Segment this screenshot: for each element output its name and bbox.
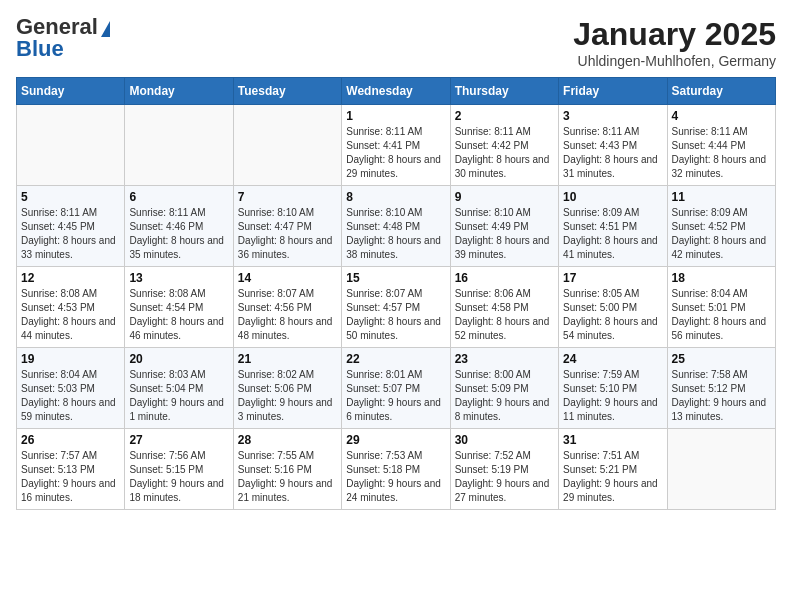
week-row-1: 1Sunrise: 8:11 AMSunset: 4:41 PMDaylight… bbox=[17, 105, 776, 186]
month-title: January 2025 bbox=[573, 16, 776, 53]
day-info: Sunrise: 7:56 AMSunset: 5:15 PMDaylight:… bbox=[129, 449, 228, 505]
calendar-cell: 24Sunrise: 7:59 AMSunset: 5:10 PMDayligh… bbox=[559, 348, 667, 429]
calendar-cell: 22Sunrise: 8:01 AMSunset: 5:07 PMDayligh… bbox=[342, 348, 450, 429]
day-number: 21 bbox=[238, 352, 337, 366]
calendar-cell bbox=[17, 105, 125, 186]
calendar-cell: 8Sunrise: 8:10 AMSunset: 4:48 PMDaylight… bbox=[342, 186, 450, 267]
day-number: 14 bbox=[238, 271, 337, 285]
logo-blue-text: Blue bbox=[16, 36, 64, 61]
calendar-cell: 27Sunrise: 7:56 AMSunset: 5:15 PMDayligh… bbox=[125, 429, 233, 510]
weekday-header-thursday: Thursday bbox=[450, 78, 558, 105]
calendar-cell: 21Sunrise: 8:02 AMSunset: 5:06 PMDayligh… bbox=[233, 348, 341, 429]
day-info: Sunrise: 8:10 AMSunset: 4:47 PMDaylight:… bbox=[238, 206, 337, 262]
day-number: 12 bbox=[21, 271, 120, 285]
location-title: Uhldingen-Muhlhofen, Germany bbox=[573, 53, 776, 69]
day-info: Sunrise: 8:07 AMSunset: 4:57 PMDaylight:… bbox=[346, 287, 445, 343]
logo: General Blue bbox=[16, 16, 110, 60]
day-number: 23 bbox=[455, 352, 554, 366]
day-number: 22 bbox=[346, 352, 445, 366]
week-row-4: 19Sunrise: 8:04 AMSunset: 5:03 PMDayligh… bbox=[17, 348, 776, 429]
calendar-cell: 4Sunrise: 8:11 AMSunset: 4:44 PMDaylight… bbox=[667, 105, 775, 186]
calendar-cell: 7Sunrise: 8:10 AMSunset: 4:47 PMDaylight… bbox=[233, 186, 341, 267]
calendar-cell: 16Sunrise: 8:06 AMSunset: 4:58 PMDayligh… bbox=[450, 267, 558, 348]
day-number: 31 bbox=[563, 433, 662, 447]
day-number: 30 bbox=[455, 433, 554, 447]
day-number: 13 bbox=[129, 271, 228, 285]
day-info: Sunrise: 8:05 AMSunset: 5:00 PMDaylight:… bbox=[563, 287, 662, 343]
calendar-cell: 6Sunrise: 8:11 AMSunset: 4:46 PMDaylight… bbox=[125, 186, 233, 267]
calendar-table: SundayMondayTuesdayWednesdayThursdayFrid… bbox=[16, 77, 776, 510]
calendar-cell bbox=[125, 105, 233, 186]
calendar-cell: 30Sunrise: 7:52 AMSunset: 5:19 PMDayligh… bbox=[450, 429, 558, 510]
calendar-cell: 19Sunrise: 8:04 AMSunset: 5:03 PMDayligh… bbox=[17, 348, 125, 429]
day-number: 11 bbox=[672, 190, 771, 204]
day-info: Sunrise: 8:03 AMSunset: 5:04 PMDaylight:… bbox=[129, 368, 228, 424]
week-row-2: 5Sunrise: 8:11 AMSunset: 4:45 PMDaylight… bbox=[17, 186, 776, 267]
day-info: Sunrise: 8:08 AMSunset: 4:54 PMDaylight:… bbox=[129, 287, 228, 343]
day-number: 29 bbox=[346, 433, 445, 447]
day-info: Sunrise: 7:53 AMSunset: 5:18 PMDaylight:… bbox=[346, 449, 445, 505]
day-info: Sunrise: 8:01 AMSunset: 5:07 PMDaylight:… bbox=[346, 368, 445, 424]
calendar-cell: 11Sunrise: 8:09 AMSunset: 4:52 PMDayligh… bbox=[667, 186, 775, 267]
calendar-cell: 31Sunrise: 7:51 AMSunset: 5:21 PMDayligh… bbox=[559, 429, 667, 510]
day-number: 25 bbox=[672, 352, 771, 366]
day-info: Sunrise: 8:02 AMSunset: 5:06 PMDaylight:… bbox=[238, 368, 337, 424]
calendar-cell: 20Sunrise: 8:03 AMSunset: 5:04 PMDayligh… bbox=[125, 348, 233, 429]
calendar-cell: 2Sunrise: 8:11 AMSunset: 4:42 PMDaylight… bbox=[450, 105, 558, 186]
calendar-cell: 12Sunrise: 8:08 AMSunset: 4:53 PMDayligh… bbox=[17, 267, 125, 348]
day-info: Sunrise: 8:11 AMSunset: 4:44 PMDaylight:… bbox=[672, 125, 771, 181]
day-info: Sunrise: 8:11 AMSunset: 4:46 PMDaylight:… bbox=[129, 206, 228, 262]
calendar-cell bbox=[667, 429, 775, 510]
day-number: 10 bbox=[563, 190, 662, 204]
day-number: 3 bbox=[563, 109, 662, 123]
calendar-cell: 1Sunrise: 8:11 AMSunset: 4:41 PMDaylight… bbox=[342, 105, 450, 186]
day-number: 2 bbox=[455, 109, 554, 123]
day-info: Sunrise: 7:57 AMSunset: 5:13 PMDaylight:… bbox=[21, 449, 120, 505]
calendar-cell: 17Sunrise: 8:05 AMSunset: 5:00 PMDayligh… bbox=[559, 267, 667, 348]
calendar-cell: 15Sunrise: 8:07 AMSunset: 4:57 PMDayligh… bbox=[342, 267, 450, 348]
calendar-cell: 26Sunrise: 7:57 AMSunset: 5:13 PMDayligh… bbox=[17, 429, 125, 510]
calendar-cell: 18Sunrise: 8:04 AMSunset: 5:01 PMDayligh… bbox=[667, 267, 775, 348]
day-info: Sunrise: 8:09 AMSunset: 4:52 PMDaylight:… bbox=[672, 206, 771, 262]
day-number: 5 bbox=[21, 190, 120, 204]
day-info: Sunrise: 7:55 AMSunset: 5:16 PMDaylight:… bbox=[238, 449, 337, 505]
calendar-cell: 29Sunrise: 7:53 AMSunset: 5:18 PMDayligh… bbox=[342, 429, 450, 510]
week-row-3: 12Sunrise: 8:08 AMSunset: 4:53 PMDayligh… bbox=[17, 267, 776, 348]
weekday-header-monday: Monday bbox=[125, 78, 233, 105]
day-info: Sunrise: 7:52 AMSunset: 5:19 PMDaylight:… bbox=[455, 449, 554, 505]
weekday-header-row: SundayMondayTuesdayWednesdayThursdayFrid… bbox=[17, 78, 776, 105]
calendar-cell: 3Sunrise: 8:11 AMSunset: 4:43 PMDaylight… bbox=[559, 105, 667, 186]
day-info: Sunrise: 8:06 AMSunset: 4:58 PMDaylight:… bbox=[455, 287, 554, 343]
day-info: Sunrise: 8:10 AMSunset: 4:48 PMDaylight:… bbox=[346, 206, 445, 262]
day-info: Sunrise: 8:08 AMSunset: 4:53 PMDaylight:… bbox=[21, 287, 120, 343]
day-info: Sunrise: 7:58 AMSunset: 5:12 PMDaylight:… bbox=[672, 368, 771, 424]
weekday-header-friday: Friday bbox=[559, 78, 667, 105]
day-number: 18 bbox=[672, 271, 771, 285]
day-info: Sunrise: 7:59 AMSunset: 5:10 PMDaylight:… bbox=[563, 368, 662, 424]
day-info: Sunrise: 7:51 AMSunset: 5:21 PMDaylight:… bbox=[563, 449, 662, 505]
day-info: Sunrise: 8:09 AMSunset: 4:51 PMDaylight:… bbox=[563, 206, 662, 262]
day-info: Sunrise: 8:04 AMSunset: 5:03 PMDaylight:… bbox=[21, 368, 120, 424]
day-info: Sunrise: 8:11 AMSunset: 4:45 PMDaylight:… bbox=[21, 206, 120, 262]
calendar-cell: 9Sunrise: 8:10 AMSunset: 4:49 PMDaylight… bbox=[450, 186, 558, 267]
day-info: Sunrise: 8:11 AMSunset: 4:43 PMDaylight:… bbox=[563, 125, 662, 181]
calendar-cell: 25Sunrise: 7:58 AMSunset: 5:12 PMDayligh… bbox=[667, 348, 775, 429]
calendar-cell: 10Sunrise: 8:09 AMSunset: 4:51 PMDayligh… bbox=[559, 186, 667, 267]
calendar-cell: 5Sunrise: 8:11 AMSunset: 4:45 PMDaylight… bbox=[17, 186, 125, 267]
day-number: 6 bbox=[129, 190, 228, 204]
day-info: Sunrise: 8:04 AMSunset: 5:01 PMDaylight:… bbox=[672, 287, 771, 343]
logo-text: General bbox=[16, 16, 110, 38]
calendar-cell: 23Sunrise: 8:00 AMSunset: 5:09 PMDayligh… bbox=[450, 348, 558, 429]
calendar-cell: 14Sunrise: 8:07 AMSunset: 4:56 PMDayligh… bbox=[233, 267, 341, 348]
day-info: Sunrise: 8:07 AMSunset: 4:56 PMDaylight:… bbox=[238, 287, 337, 343]
week-row-5: 26Sunrise: 7:57 AMSunset: 5:13 PMDayligh… bbox=[17, 429, 776, 510]
weekday-header-sunday: Sunday bbox=[17, 78, 125, 105]
day-number: 16 bbox=[455, 271, 554, 285]
day-number: 19 bbox=[21, 352, 120, 366]
day-number: 26 bbox=[21, 433, 120, 447]
calendar-cell: 13Sunrise: 8:08 AMSunset: 4:54 PMDayligh… bbox=[125, 267, 233, 348]
day-info: Sunrise: 8:11 AMSunset: 4:42 PMDaylight:… bbox=[455, 125, 554, 181]
day-info: Sunrise: 8:11 AMSunset: 4:41 PMDaylight:… bbox=[346, 125, 445, 181]
day-number: 17 bbox=[563, 271, 662, 285]
day-number: 24 bbox=[563, 352, 662, 366]
